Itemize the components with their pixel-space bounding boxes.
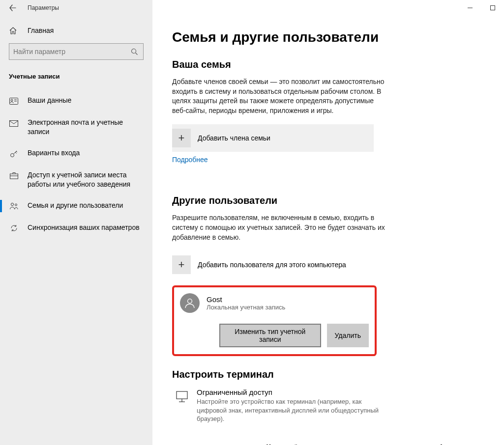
maximize-icon: [490, 5, 495, 10]
svg-point-13: [15, 204, 17, 206]
minimize-icon: [468, 5, 473, 10]
delete-account-button[interactable]: Удалить: [327, 324, 369, 347]
svg-point-5: [11, 99, 13, 101]
person-icon: [184, 297, 196, 309]
kiosk-description: Настройте это устройство как терминал (н…: [197, 397, 384, 423]
search-input-wrapper[interactable]: [9, 43, 144, 60]
svg-point-12: [11, 203, 13, 205]
sidebar-item-signin[interactable]: Варианты входа: [0, 142, 152, 165]
window-title: Параметры: [28, 4, 59, 11]
back-button[interactable]: [5, 0, 21, 16]
sidebar-item-your-info[interactable]: Ваши данные: [0, 90, 152, 112]
maximize-button[interactable]: [481, 0, 504, 16]
sidebar-item-label: Варианты входа: [28, 148, 80, 158]
others-description: Разрешите пользователям, не включенным в…: [172, 213, 388, 242]
id-card-icon: [9, 96, 19, 106]
home-icon: [9, 27, 21, 35]
search-icon: [129, 48, 139, 56]
user-row[interactable]: Gost Локальная учетная запись: [180, 293, 369, 313]
briefcase-icon: [9, 171, 19, 181]
sidebar-item-email[interactable]: Электронная почта и учетные записи: [0, 112, 152, 142]
search-input[interactable]: [13, 48, 129, 56]
family-heading: Ваша семья: [172, 59, 484, 70]
svg-rect-15: [177, 391, 187, 399]
user-name: Gost: [207, 295, 285, 304]
add-other-user-button[interactable]: + Добавить пользователя для этого компью…: [172, 251, 374, 278]
family-description: Добавьте членов своей семьи — это позвол…: [172, 77, 388, 115]
user-account-type: Локальная учетная запись: [207, 304, 285, 311]
others-heading: Другие пользователи: [172, 195, 484, 206]
sidebar-item-label: Синхронизация ваших параметров: [28, 223, 140, 232]
nav-home[interactable]: Главная: [0, 21, 152, 40]
sidebar-item-family[interactable]: Семья и другие пользователи: [0, 195, 152, 217]
mail-icon: [9, 118, 19, 128]
sidebar-item-label: Электронная почта и учетные записи: [28, 118, 144, 137]
sidebar-item-label: Ваши данные: [28, 96, 71, 105]
titlebar: Параметры: [0, 0, 504, 16]
svg-rect-10: [10, 174, 18, 179]
svg-line-3: [135, 53, 137, 55]
arrow-left-icon: [9, 4, 16, 11]
sync-icon: [9, 223, 19, 233]
change-account-type-button[interactable]: Изменить тип учетной записи: [219, 324, 321, 347]
sidebar-item-label: Семья и другие пользователи: [28, 201, 123, 210]
kiosk-heading: Настроить терминал: [172, 369, 484, 380]
add-family-member-button[interactable]: + Добавить члена семьи: [172, 124, 374, 152]
plus-icon: +: [172, 255, 191, 274]
svg-rect-1: [491, 6, 495, 10]
add-other-label: Добавить пользователя для этого компьюте…: [198, 261, 346, 269]
phone-app-heading: Приложение "Семейная безопасность" на ва…: [172, 443, 484, 445]
add-family-label: Добавить члена семьи: [198, 134, 270, 142]
kiosk-title: Ограниченный доступ: [197, 388, 384, 396]
sidebar-item-work[interactable]: Доступ к учетной записи места работы или…: [0, 165, 152, 195]
family-more-link[interactable]: Подробнее: [172, 156, 208, 164]
main-content: Семья и другие пользователи Ваша семья Д…: [152, 16, 504, 445]
svg-point-9: [10, 154, 14, 157]
monitor-icon: [172, 388, 192, 423]
sidebar-section-title: Учетные записи: [0, 67, 152, 87]
page-title: Семья и другие пользователи: [172, 29, 484, 45]
sidebar: Главная Учетные записи Ваши данные: [0, 16, 152, 445]
window-controls: [459, 0, 504, 16]
people-icon: [9, 201, 19, 211]
svg-point-2: [131, 49, 136, 53]
plus-icon: +: [172, 129, 191, 147]
sidebar-item-label: Доступ к учетной записи места работы или…: [28, 170, 144, 189]
kiosk-button[interactable]: Ограниченный доступ Настройте это устрой…: [172, 388, 384, 423]
sidebar-item-sync[interactable]: Синхронизация ваших параметров: [0, 217, 152, 239]
user-account-panel: Gost Локальная учетная запись Изменить т…: [172, 285, 377, 356]
key-icon: [9, 149, 19, 159]
minimize-button[interactable]: [459, 0, 481, 16]
svg-point-14: [188, 299, 192, 304]
avatar: [180, 293, 200, 313]
nav-home-label: Главная: [28, 27, 54, 34]
